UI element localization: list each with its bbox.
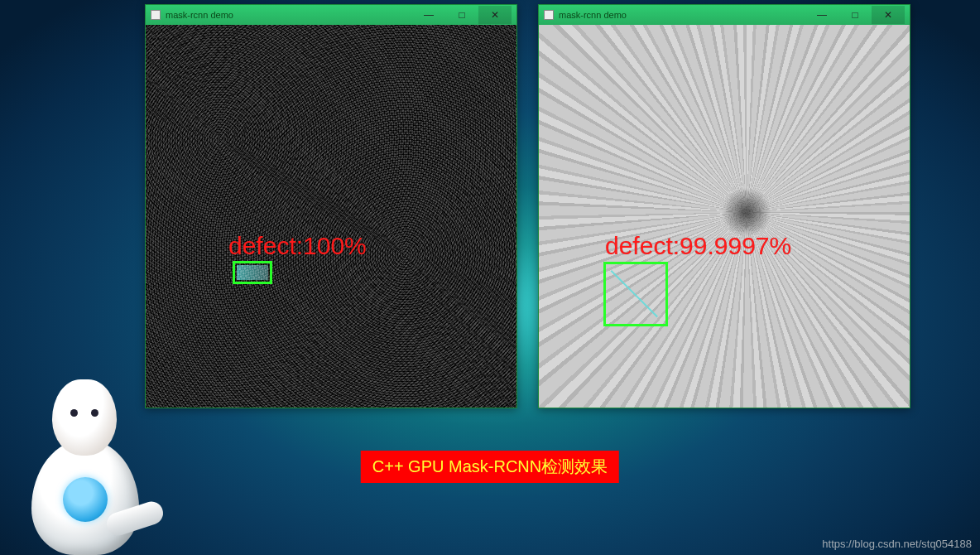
image-viewport-right: defect:99.9997% <box>539 25 910 408</box>
close-button[interactable]: ✕ <box>478 6 512 24</box>
app-icon <box>151 10 161 20</box>
caption-banner: C++ GPU Mask-RCNN检测效果 <box>361 451 619 483</box>
watermark-text: https://blog.csdn.net/stq054188 <box>822 538 972 550</box>
titlebar-left[interactable]: mask-rcnn demo — □ ✕ <box>146 5 516 25</box>
window-title: mask-rcnn demo <box>559 10 805 20</box>
close-button[interactable]: ✕ <box>872 6 905 24</box>
window-title: mask-rcnn demo <box>166 10 412 20</box>
segmentation-diagonal-icon <box>611 270 658 317</box>
image-viewport-left: defect:100% <box>146 25 516 408</box>
input-image-radial <box>539 25 910 408</box>
titlebar-right[interactable]: mask-rcnn demo — □ ✕ <box>539 5 910 25</box>
detection-bbox-left <box>233 261 272 284</box>
robot-mascot-icon <box>7 381 164 555</box>
window-left: mask-rcnn demo — □ ✕ defect:100% <box>145 4 517 408</box>
segmentation-mask-icon <box>237 265 268 280</box>
maximize-button[interactable]: □ <box>445 6 478 24</box>
detection-label-left: defect:100% <box>228 232 367 260</box>
detection-bbox-right <box>603 262 668 326</box>
app-icon <box>544 10 554 20</box>
input-image-noise <box>146 25 516 408</box>
window-buttons: — □ ✕ <box>412 6 512 24</box>
minimize-button[interactable]: — <box>412 6 445 24</box>
window-right: mask-rcnn demo — □ ✕ defect:99.9997% <box>538 4 910 408</box>
detection-label-right: defect:99.9997% <box>605 232 791 260</box>
minimize-button[interactable]: — <box>805 6 838 24</box>
window-buttons: — □ ✕ <box>805 6 905 24</box>
maximize-button[interactable]: □ <box>838 6 872 24</box>
